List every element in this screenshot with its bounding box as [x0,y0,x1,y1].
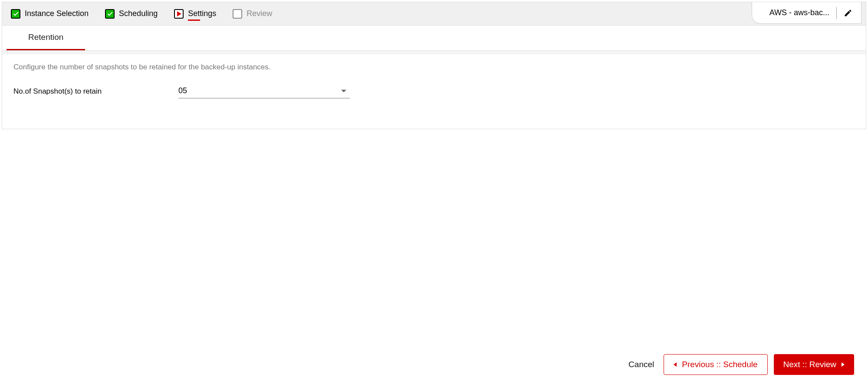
arrow-left-icon [674,362,677,367]
check-icon [105,9,115,19]
step-label: Scheduling [119,9,158,18]
cancel-button[interactable]: Cancel [625,355,658,374]
step-review[interactable]: Review [233,9,272,19]
next-button[interactable]: Next :: Review [774,354,854,375]
step-label: Review [247,9,272,18]
content-area: Configure the number of snapshots to be … [2,54,866,129]
account-tab: AWS - aws-bac... [752,2,861,24]
description-text: Configure the number of snapshots to be … [13,63,855,72]
next-button-label: Next :: Review [783,360,836,369]
arrow-right-icon [842,362,845,367]
snapshot-retain-label: No.of Snapshot(s) to retain [13,87,178,96]
check-icon [11,9,20,19]
step-settings[interactable]: Settings [174,9,216,19]
empty-checkbox-icon [233,9,242,19]
tab-retention[interactable]: Retention [7,26,85,50]
snapshot-retain-select[interactable]: 05 [178,85,350,98]
previous-button-label: Previous :: Schedule [682,360,757,369]
divider [836,7,837,19]
tabs-row: Retention [2,26,866,51]
chevron-down-icon [341,90,346,92]
play-icon [174,9,184,19]
previous-button[interactable]: Previous :: Schedule [664,354,767,375]
form-row-snapshot: No.of Snapshot(s) to retain 05 [13,85,855,98]
step-scheduling[interactable]: Scheduling [105,9,158,19]
select-value: 05 [178,86,187,95]
step-label: Settings [188,9,216,18]
step-label: Instance Selection [25,9,89,18]
stepper-bar: Instance Selection Scheduling Settings R… [2,2,866,26]
edit-icon[interactable] [844,9,852,17]
gap-band [2,51,866,54]
account-label: AWS - aws-bac... [769,8,829,17]
footer-actions: Cancel Previous :: Schedule Next :: Revi… [625,354,854,375]
step-instance-selection[interactable]: Instance Selection [11,9,89,19]
